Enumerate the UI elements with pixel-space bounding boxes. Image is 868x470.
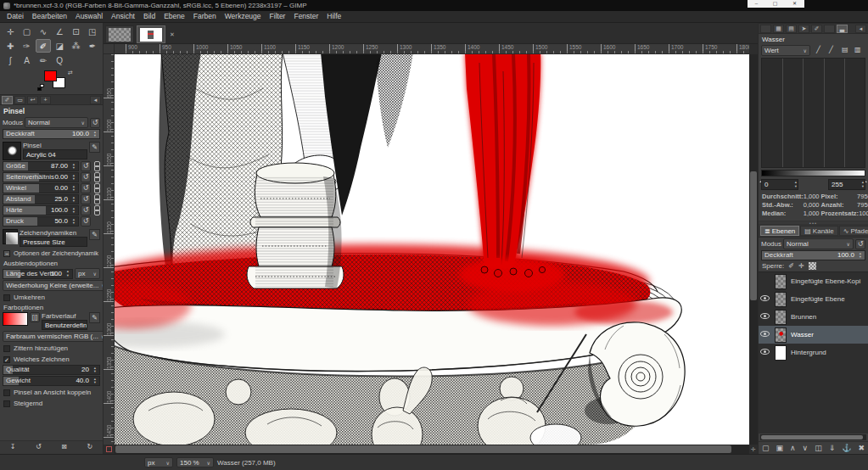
tool-free-select[interactable]: ∿	[36, 25, 51, 38]
spinner[interactable]: ▴▾	[857, 251, 864, 260]
brush-name-field[interactable]: Acrylic 04	[23, 149, 87, 159]
layer-row-hintergrund[interactable]: Hintergrund	[759, 344, 868, 361]
mode-reset-button[interactable]: ↺	[90, 118, 100, 128]
tool-crop[interactable]: ⊡	[68, 25, 83, 38]
device-status-tab[interactable]: ▭	[14, 96, 25, 104]
anchor-layer-button[interactable]: ⚓	[842, 444, 851, 452]
incremental-checkbox[interactable]	[3, 400, 10, 407]
jitter-checkbox[interactable]	[3, 345, 10, 352]
visibility-eye-icon[interactable]	[760, 313, 770, 319]
spinner[interactable]: ▴▾	[70, 162, 77, 171]
spacing-reset-button[interactable]: ↺	[81, 194, 91, 204]
navigation-button[interactable]: ✛	[749, 445, 758, 454]
tool-text[interactable]: A	[19, 53, 34, 67]
tool-move[interactable]: ✛	[3, 25, 18, 38]
tab-pfade[interactable]: ∿Pfade	[839, 226, 868, 236]
horizontal-scrollbar-thumb[interactable]	[115, 445, 731, 453]
repeat-select[interactable]: Wiederholung Keine (erweite... ∨	[3, 280, 104, 291]
layers-scrollbar[interactable]	[760, 434, 866, 440]
histogram-channel-select[interactable]: Wert ∨	[761, 45, 810, 56]
dynamics-options-expander[interactable]: − Optionen der Zeichendynamik	[0, 249, 103, 258]
spinner[interactable]: ▴▾	[70, 206, 77, 215]
tool-eraser[interactable]: ◪	[52, 39, 67, 53]
zoom-select[interactable]: 150 % ∨	[176, 457, 214, 467]
lock-brush-to-view-checkbox[interactable]	[3, 389, 10, 396]
new-group-button[interactable]: ▣	[776, 444, 783, 452]
maximize-button[interactable]: ▢	[773, 0, 778, 8]
menu-filter[interactable]: Filter	[266, 11, 290, 22]
menu-datei[interactable]: Datei	[3, 11, 28, 22]
patterns-tab[interactable]: ▦	[773, 25, 784, 33]
image-tab-transparent[interactable]	[105, 25, 134, 43]
aspect-ratio-reset-button[interactable]: ↺	[81, 172, 91, 182]
vertical-ruler[interactable]: 9501000105011001150120012501300135014001…	[104, 54, 115, 445]
lock-pixels-icon[interactable]: ✐	[788, 262, 794, 270]
dynamics-preview[interactable]	[3, 229, 18, 244]
tab-ebenen[interactable]: ≣Ebenen	[760, 226, 799, 236]
menu-werkzeuge[interactable]: Werkzeuge	[221, 11, 266, 22]
histogram-log-button[interactable]: ╱	[829, 46, 840, 56]
image-tab-brunnen[interactable]	[137, 25, 165, 43]
spinner[interactable]: ▴▾	[92, 366, 98, 374]
tab-close-icon[interactable]: ✕	[170, 31, 175, 38]
tool-airbrush[interactable]: ⁂	[68, 39, 83, 53]
raise-layer-button[interactable]: ∧	[790, 444, 796, 452]
horizontal-scrollbar[interactable]	[115, 445, 749, 454]
histogram-expanded-button[interactable]: ▥	[854, 46, 865, 56]
right-dock-menu-button[interactable]: ◂	[855, 25, 866, 33]
hardness-reset-button[interactable]: ↺	[81, 205, 91, 215]
aspect-ratio-link-icon[interactable]	[92, 172, 100, 182]
undo-history-tab[interactable]: ↩	[27, 96, 38, 104]
range-max-input[interactable]: 255 ▴▾	[828, 179, 865, 190]
spinner[interactable]: ▴▾	[70, 173, 77, 182]
spinner[interactable]: ▴▾	[70, 184, 77, 193]
images-tab[interactable]: +	[40, 96, 51, 104]
spacing-link-icon[interactable]	[92, 194, 100, 204]
tool-pencil[interactable]: ✏	[36, 53, 51, 67]
menu-bearbeiten[interactable]: Bearbeiten	[28, 11, 71, 22]
histogram-compact-button[interactable]: ▤	[842, 46, 853, 56]
layer-row-eingef-gte-ebene[interactable]: Eingefügte Ebene	[759, 290, 868, 308]
weight-slider[interactable]: Gewicht40.0▴▾	[3, 376, 100, 386]
paint-mode-select[interactable]: Normal ∨	[25, 117, 88, 128]
gradient-preview[interactable]	[3, 312, 28, 326]
size-link-icon[interactable]	[92, 161, 100, 171]
delete-options[interactable]: ⊠	[59, 443, 70, 453]
layer-mode-select[interactable]: Normal ∨	[783, 238, 854, 249]
histogram-gradient-bar[interactable]	[761, 170, 865, 176]
smooth-stroke-checkbox[interactable]: ✓	[3, 356, 10, 363]
gradient-reverse-button[interactable]: [|]	[30, 312, 40, 322]
blend-space-select[interactable]: Farbraum vermischen RGB (... ∨	[3, 331, 104, 342]
size-slider[interactable]: Größe87.00▴▾	[3, 161, 79, 171]
menu-ansicht[interactable]: Ansicht	[107, 11, 139, 22]
spacing-slider[interactable]: Abstand25.0▴▾	[3, 194, 79, 204]
reverse-checkbox[interactable]	[3, 294, 10, 301]
tool-measure[interactable]: ∠	[52, 25, 67, 38]
spinner[interactable]: ▴▾	[70, 195, 77, 204]
visibility-eye-icon[interactable]	[760, 349, 770, 355]
dynamics-edit-button[interactable]: ✎	[89, 229, 100, 240]
canvas[interactable]	[115, 54, 749, 445]
tool-ink[interactable]: ✒	[85, 39, 100, 53]
gradients-tab[interactable]	[824, 25, 835, 33]
tool-heal[interactable]: ✚	[3, 39, 18, 53]
histogram-linear-button[interactable]: ╱	[816, 46, 827, 56]
paint-dynamics-tab[interactable]: ✐	[811, 25, 822, 33]
layer-row-eingef-gte-ebene-kopi[interactable]: Eingefügte Ebene-Kopi	[759, 272, 868, 290]
menu-hilfe[interactable]: Hilfe	[322, 11, 345, 22]
visibility-eye-icon[interactable]	[760, 331, 770, 337]
vertical-scrollbar[interactable]	[749, 54, 758, 445]
save-options[interactable]: ↧	[8, 443, 18, 453]
default-colors-button[interactable]	[37, 84, 44, 91]
unit-select[interactable]: px ∨	[144, 457, 173, 467]
menu-auswahl[interactable]: Auswahl	[71, 11, 107, 22]
tool-zoom[interactable]: Q	[52, 53, 67, 67]
tool-options-menu-button[interactable]: ◂	[90, 96, 101, 104]
fade-length-slider[interactable]: Länge des Verbl...100▴▾	[3, 269, 73, 279]
pointer-tab[interactable]: ➤	[798, 25, 809, 33]
force-reset-button[interactable]: ↺	[81, 216, 91, 227]
histogram-tab[interactable]: ▃	[837, 25, 848, 33]
quick-mask-toggle[interactable]	[104, 445, 115, 454]
minimize-button[interactable]: –	[755, 0, 758, 8]
close-button[interactable]: ✕	[792, 0, 797, 8]
